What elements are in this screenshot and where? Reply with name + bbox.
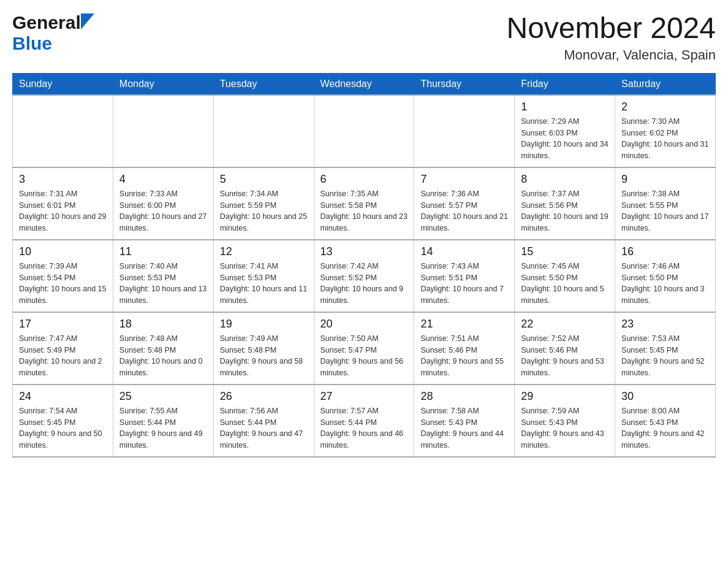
calendar-cell: 21Sunrise: 7:51 AMSunset: 5:46 PMDayligh… <box>414 312 515 385</box>
calendar-week-5: 24Sunrise: 7:54 AMSunset: 5:45 PMDayligh… <box>13 385 716 457</box>
calendar-cell: 25Sunrise: 7:55 AMSunset: 5:44 PMDayligh… <box>113 385 213 457</box>
location-text: Monovar, Valencia, Spain <box>506 47 716 63</box>
day-info: Sunrise: 7:50 AMSunset: 5:47 PMDaylight:… <box>320 333 408 379</box>
calendar-header-tuesday: Tuesday <box>213 73 314 95</box>
day-number: 14 <box>420 245 508 258</box>
calendar-cell: 7Sunrise: 7:36 AMSunset: 5:57 PMDaylight… <box>414 167 515 240</box>
day-info: Sunrise: 7:38 AMSunset: 5:55 PMDaylight:… <box>621 188 709 234</box>
calendar-cell: 30Sunrise: 8:00 AMSunset: 5:43 PMDayligh… <box>615 385 716 457</box>
calendar-cell: 10Sunrise: 7:39 AMSunset: 5:54 PMDayligh… <box>13 240 113 312</box>
day-number: 7 <box>420 173 508 186</box>
day-number: 11 <box>119 245 207 258</box>
day-info: Sunrise: 7:53 AMSunset: 5:45 PMDaylight:… <box>621 333 709 379</box>
calendar-cell <box>414 95 515 167</box>
calendar-header-thursday: Thursday <box>414 73 515 95</box>
calendar-cell: 6Sunrise: 7:35 AMSunset: 5:58 PMDaylight… <box>314 167 414 240</box>
calendar-cell: 5Sunrise: 7:34 AMSunset: 5:59 PMDaylight… <box>213 167 314 240</box>
calendar-table: SundayMondayTuesdayWednesdayThursdayFrid… <box>12 73 716 458</box>
day-info: Sunrise: 7:55 AMSunset: 5:44 PMDaylight:… <box>119 405 207 451</box>
day-number: 19 <box>220 318 308 331</box>
day-info: Sunrise: 7:40 AMSunset: 5:53 PMDaylight:… <box>119 261 207 307</box>
calendar-cell: 8Sunrise: 7:37 AMSunset: 5:56 PMDaylight… <box>515 167 615 240</box>
day-number: 27 <box>320 390 408 403</box>
calendar-header-sunday: Sunday <box>13 73 113 95</box>
day-number: 29 <box>521 390 609 403</box>
calendar-cell: 12Sunrise: 7:41 AMSunset: 5:53 PMDayligh… <box>213 240 314 312</box>
day-number: 18 <box>119 318 207 331</box>
day-number: 5 <box>220 173 308 186</box>
day-number: 15 <box>521 245 609 258</box>
day-info: Sunrise: 7:49 AMSunset: 5:48 PMDaylight:… <box>220 333 308 379</box>
title-area: November 2024 Monovar, Valencia, Spain <box>506 12 716 63</box>
calendar-cell: 20Sunrise: 7:50 AMSunset: 5:47 PMDayligh… <box>314 312 414 385</box>
calendar-cell: 9Sunrise: 7:38 AMSunset: 5:55 PMDaylight… <box>615 167 716 240</box>
day-info: Sunrise: 7:36 AMSunset: 5:57 PMDaylight:… <box>420 188 508 234</box>
svg-marker-0 <box>81 13 94 29</box>
page-header: General Blue November 2024 Monovar, Vale… <box>12 12 716 63</box>
calendar-header-monday: Monday <box>113 73 213 95</box>
calendar-cell: 3Sunrise: 7:31 AMSunset: 6:01 PMDaylight… <box>13 167 113 240</box>
calendar-cell: 27Sunrise: 7:57 AMSunset: 5:44 PMDayligh… <box>314 385 414 457</box>
calendar-week-4: 17Sunrise: 7:47 AMSunset: 5:49 PMDayligh… <box>13 312 716 385</box>
logo-general-text: General <box>12 12 81 33</box>
day-number: 10 <box>19 245 107 258</box>
day-info: Sunrise: 7:47 AMSunset: 5:49 PMDaylight:… <box>19 333 107 379</box>
day-number: 25 <box>119 390 207 403</box>
calendar-cell: 4Sunrise: 7:33 AMSunset: 6:00 PMDaylight… <box>113 167 213 240</box>
calendar-cell <box>13 95 113 167</box>
day-info: Sunrise: 7:30 AMSunset: 6:02 PMDaylight:… <box>621 116 709 162</box>
calendar-cell: 1Sunrise: 7:29 AMSunset: 6:03 PMDaylight… <box>515 95 615 167</box>
day-info: Sunrise: 7:56 AMSunset: 5:44 PMDaylight:… <box>220 405 308 451</box>
calendar-cell: 14Sunrise: 7:43 AMSunset: 5:51 PMDayligh… <box>414 240 515 312</box>
calendar-header-friday: Friday <box>515 73 615 95</box>
calendar-week-1: 1Sunrise: 7:29 AMSunset: 6:03 PMDaylight… <box>13 95 716 167</box>
day-number: 28 <box>420 390 508 403</box>
day-info: Sunrise: 7:39 AMSunset: 5:54 PMDaylight:… <box>19 261 107 307</box>
day-info: Sunrise: 7:46 AMSunset: 5:50 PMDaylight:… <box>621 261 709 307</box>
day-number: 13 <box>320 245 408 258</box>
calendar-cell: 19Sunrise: 7:49 AMSunset: 5:48 PMDayligh… <box>213 312 314 385</box>
day-number: 2 <box>621 101 709 113</box>
day-info: Sunrise: 7:41 AMSunset: 5:53 PMDaylight:… <box>220 261 308 307</box>
logo-blue-text: Blue <box>12 33 52 54</box>
day-number: 22 <box>521 318 609 331</box>
calendar-cell: 2Sunrise: 7:30 AMSunset: 6:02 PMDaylight… <box>615 95 716 167</box>
calendar-cell <box>314 95 414 167</box>
day-number: 8 <box>521 173 609 186</box>
day-number: 26 <box>220 390 308 403</box>
logo-triangle-icon <box>81 13 94 32</box>
calendar-week-2: 3Sunrise: 7:31 AMSunset: 6:01 PMDaylight… <box>13 167 716 240</box>
calendar-cell: 29Sunrise: 7:59 AMSunset: 5:43 PMDayligh… <box>515 385 615 457</box>
month-title: November 2024 <box>506 12 716 45</box>
day-number: 9 <box>621 173 709 186</box>
day-number: 21 <box>420 318 508 331</box>
calendar-cell: 17Sunrise: 7:47 AMSunset: 5:49 PMDayligh… <box>13 312 113 385</box>
calendar-cell <box>213 95 314 167</box>
calendar-header-wednesday: Wednesday <box>314 73 414 95</box>
logo: General Blue <box>12 12 94 54</box>
day-number: 24 <box>19 390 107 403</box>
calendar-header-saturday: Saturday <box>615 73 716 95</box>
day-info: Sunrise: 7:48 AMSunset: 5:48 PMDaylight:… <box>119 333 207 379</box>
day-number: 16 <box>621 245 709 258</box>
day-number: 6 <box>320 173 408 186</box>
day-number: 1 <box>521 101 609 113</box>
day-info: Sunrise: 7:33 AMSunset: 6:00 PMDaylight:… <box>119 188 207 234</box>
calendar-cell: 11Sunrise: 7:40 AMSunset: 5:53 PMDayligh… <box>113 240 213 312</box>
day-info: Sunrise: 7:35 AMSunset: 5:58 PMDaylight:… <box>320 188 408 234</box>
day-info: Sunrise: 7:52 AMSunset: 5:46 PMDaylight:… <box>521 333 609 379</box>
day-info: Sunrise: 7:51 AMSunset: 5:46 PMDaylight:… <box>420 333 508 379</box>
day-info: Sunrise: 7:29 AMSunset: 6:03 PMDaylight:… <box>521 116 609 162</box>
day-number: 12 <box>220 245 308 258</box>
day-number: 4 <box>119 173 207 186</box>
calendar-cell <box>113 95 213 167</box>
calendar-cell: 23Sunrise: 7:53 AMSunset: 5:45 PMDayligh… <box>615 312 716 385</box>
day-info: Sunrise: 7:37 AMSunset: 5:56 PMDaylight:… <box>521 188 609 234</box>
day-info: Sunrise: 7:34 AMSunset: 5:59 PMDaylight:… <box>220 188 308 234</box>
calendar-week-3: 10Sunrise: 7:39 AMSunset: 5:54 PMDayligh… <box>13 240 716 312</box>
calendar-cell: 13Sunrise: 7:42 AMSunset: 5:52 PMDayligh… <box>314 240 414 312</box>
calendar-cell: 28Sunrise: 7:58 AMSunset: 5:43 PMDayligh… <box>414 385 515 457</box>
calendar-cell: 15Sunrise: 7:45 AMSunset: 5:50 PMDayligh… <box>515 240 615 312</box>
day-info: Sunrise: 7:45 AMSunset: 5:50 PMDaylight:… <box>521 261 609 307</box>
day-info: Sunrise: 7:59 AMSunset: 5:43 PMDaylight:… <box>521 405 609 451</box>
